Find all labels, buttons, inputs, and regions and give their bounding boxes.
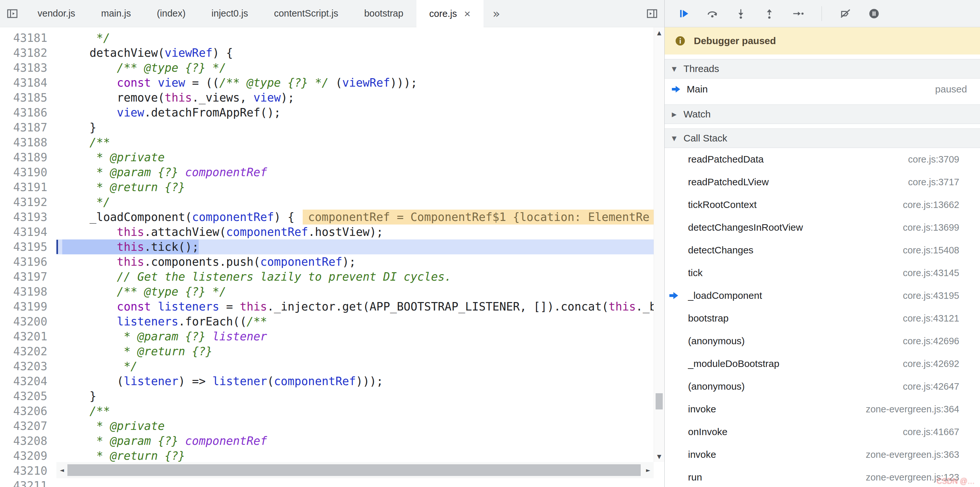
line-number[interactable]: 43190 [0,165,56,180]
call-stack-frame[interactable]: readPatchedDatacore.js:3709 [665,148,980,171]
tab-(index)[interactable]: (index) [144,0,199,27]
line-number[interactable]: 43191 [0,180,56,195]
line-number[interactable]: 43193 [0,209,56,225]
horizontal-scroll-thumb[interactable] [67,464,641,476]
deactivate-breakpoints-button[interactable] [839,8,852,20]
horizontal-scrollbar[interactable]: ◄ ► [56,462,654,478]
vertical-scroll-thumb[interactable] [655,393,663,409]
code-line-text[interactable]: /** @type {?} */ [56,284,664,299]
call-stack-frame[interactable]: (anonymous)core.js:42647 [665,375,980,398]
code-line-text[interactable]: * @return {?} [56,180,664,195]
call-stack-frame[interactable]: runzone-evergreen.js:123 [665,466,980,487]
line-number[interactable]: 43211 [0,478,56,487]
code-line-text[interactable]: * @param {?} componentRef [56,165,664,180]
code-line-text[interactable]: } [56,120,664,135]
call-stack-frame[interactable]: _moduleDoBootstrapcore.js:42692 [665,352,980,375]
code-line-text[interactable]: remove(this._views, view); [56,90,664,105]
code-line-text[interactable]: this.attachView(componentRef.hostView); [56,225,664,240]
call-stack-frame[interactable]: readPatchedLViewcore.js:3717 [665,171,980,193]
line-number[interactable]: 43194 [0,225,56,240]
scroll-up-arrow-icon[interactable]: ▲ [654,27,664,38]
vertical-scrollbar[interactable]: ▲ ▼ [654,27,664,462]
call-stack-frame[interactable]: onInvokecore.js:41667 [665,420,980,443]
line-number[interactable]: 43186 [0,105,56,120]
line-number[interactable]: 43204 [0,374,56,389]
code-line-text[interactable]: detachView(viewRef) { [56,45,664,60]
line-number[interactable]: 43187 [0,120,56,135]
code-line-text[interactable]: /** @type {?} */ [56,60,664,75]
line-number[interactable]: 43205 [0,389,56,404]
tab-core.js[interactable]: core.js× [417,0,484,27]
code-line-text[interactable]: */ [56,359,664,374]
line-number[interactable]: 43189 [0,150,56,165]
line-number[interactable]: 43188 [0,135,56,150]
line-number[interactable]: 43203 [0,359,56,374]
line-number[interactable]: 43195 [0,240,56,254]
call-stack-frame[interactable]: invokezone-evergreen.js:364 [665,398,980,420]
code-line-text[interactable]: view.detachFromAppRef(); [56,105,664,120]
line-number[interactable]: 43200 [0,314,56,329]
code-line-text[interactable]: * @return {?} [56,344,664,359]
tab-overflow-chevron-icon[interactable]: » [484,0,509,27]
code-line-text[interactable]: const view = ((/** @type {?} */ (viewRef… [56,75,664,90]
code-line-text[interactable]: listeners.forEach((/** [56,314,664,329]
code-line-text[interactable]: /** [56,135,664,150]
line-number[interactable]: 43210 [0,463,56,478]
code-line-text[interactable]: this.components.push(componentRef); [56,254,664,269]
scroll-left-arrow-icon[interactable]: ◄ [56,463,67,477]
call-stack-frame[interactable]: (anonymous)core.js:42696 [665,330,980,352]
scroll-right-arrow-icon[interactable]: ► [643,463,654,477]
line-number[interactable]: 43206 [0,404,56,418]
code-line-text[interactable]: */ [56,30,664,45]
call-stack-frame[interactable]: bootstrapcore.js:43121 [665,307,980,330]
call-stack-frame[interactable]: tickcore.js:43145 [665,262,980,284]
code-line-text[interactable]: this.tick(); [56,240,664,254]
code-line-text[interactable]: // Get the listeners lazily to prevent D… [56,269,664,284]
threads-section-header[interactable]: ▼ Threads [665,59,980,78]
line-number[interactable]: 43192 [0,195,56,209]
call-stack-frame[interactable]: detectChangescore.js:15408 [665,239,980,262]
call-stack-section-header[interactable]: ▼ Call Stack [665,128,980,148]
line-number[interactable]: 43209 [0,449,56,463]
step-into-button[interactable] [735,8,747,20]
line-number[interactable]: 43181 [0,30,56,45]
tab-inject0.js[interactable]: inject0.js [199,0,261,27]
tab-bootstrap[interactable]: bootstrap [351,0,417,27]
line-number[interactable]: 43208 [0,433,56,449]
line-number[interactable]: 43197 [0,269,56,284]
line-number[interactable]: 43201 [0,329,56,344]
code-line-text[interactable]: * @return {?} [56,449,664,463]
panel-toggle-button[interactable] [640,0,664,27]
line-number[interactable]: 43207 [0,418,56,433]
tab-contentScript.js[interactable]: contentScript.js [261,0,351,27]
call-stack-frame[interactable]: tickRootContextcore.js:13662 [665,193,980,216]
code-line-text[interactable]: const listeners = this._injector.get(APP… [56,299,664,314]
line-number[interactable]: 43184 [0,75,56,90]
call-stack-frame[interactable]: invokezone-evergreen.js:363 [665,443,980,466]
navigator-toggle-button[interactable] [0,0,25,27]
code-line-text[interactable]: * @param {?} componentRef [56,433,664,449]
pause-on-exceptions-button[interactable] [868,8,880,20]
code-line-text[interactable]: * @param {?} listener [56,329,664,344]
line-number[interactable]: 43199 [0,299,56,314]
code-line-text[interactable]: } [56,389,664,404]
watch-section-header[interactable]: ▶ Watch [665,104,980,124]
call-stack-frame[interactable]: detectChangesInRootViewcore.js:13699 [665,216,980,239]
scroll-down-arrow-icon[interactable]: ▼ [654,451,664,462]
line-number[interactable]: 43185 [0,90,56,105]
line-number[interactable]: 43198 [0,284,56,299]
line-number[interactable]: 43183 [0,60,56,75]
call-stack-frame[interactable]: _loadComponentcore.js:43195 [665,284,980,307]
code-line-text[interactable]: * @private [56,418,664,433]
line-number[interactable]: 43196 [0,254,56,269]
tab-main.js[interactable]: main.js [88,0,144,27]
resume-button[interactable] [678,8,690,20]
code-line-text[interactable]: */ [56,195,664,209]
code-line-text[interactable]: _loadComponent(componentRef) {componentR… [56,209,664,225]
step-over-button[interactable] [706,8,719,20]
tab-close-icon[interactable]: × [464,8,471,19]
line-number[interactable]: 43182 [0,45,56,60]
thread-row-main[interactable]: Main paused [665,78,980,100]
code-line-text[interactable] [56,478,664,487]
tab-vendor.js[interactable]: vendor.js [25,0,88,27]
